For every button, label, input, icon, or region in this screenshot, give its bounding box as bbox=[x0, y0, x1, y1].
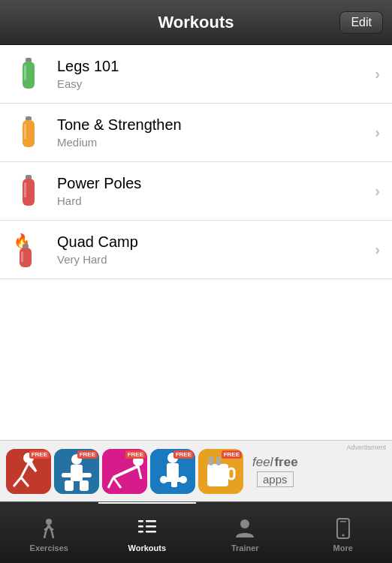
svg-rect-56 bbox=[146, 525, 156, 528]
svg-rect-41 bbox=[207, 464, 228, 486]
ad-label: Advertisment bbox=[346, 444, 386, 451]
tab-workouts[interactable]: Workouts bbox=[98, 502, 197, 563]
tab-exercises-label: Exercises bbox=[30, 543, 68, 552]
svg-rect-2 bbox=[24, 65, 26, 80]
free-badge-3: FREE bbox=[125, 450, 146, 459]
exercises-icon bbox=[38, 516, 59, 540]
ad-banner: Advertisment FREE bbox=[0, 440, 392, 501]
ad-icon-pushup[interactable]: FREE bbox=[102, 449, 147, 494]
header: Workouts Edit bbox=[0, 0, 392, 45]
workout-text-quad: Quad Camp Very Hard bbox=[57, 233, 369, 266]
svg-rect-25 bbox=[65, 480, 74, 491]
free-badge-5: FREE bbox=[222, 450, 242, 459]
ad-brand-feel: feel bbox=[252, 455, 273, 470]
svg-rect-24 bbox=[81, 473, 92, 477]
svg-line-48 bbox=[44, 531, 46, 538]
workout-difficulty-power: Hard bbox=[57, 194, 369, 207]
free-badge-2: FREE bbox=[77, 450, 98, 459]
svg-rect-52 bbox=[138, 520, 143, 522]
workout-icon-quad: 🔥 bbox=[12, 233, 45, 266]
workout-row-power[interactable]: Power Poles Hard › bbox=[0, 162, 392, 221]
tab-exercises[interactable]: Exercises bbox=[0, 502, 98, 563]
workout-icon-tone bbox=[12, 116, 45, 149]
svg-rect-26 bbox=[80, 480, 89, 491]
svg-rect-61 bbox=[340, 521, 346, 522]
svg-rect-54 bbox=[138, 531, 143, 533]
ad-icon-curl[interactable]: FREE bbox=[150, 449, 195, 494]
svg-rect-55 bbox=[146, 520, 156, 522]
workout-row-tone[interactable]: Tone & Strengthen Medium › bbox=[0, 104, 392, 162]
workout-text-legs101: Legs 101 Easy bbox=[57, 58, 369, 90]
svg-line-49 bbox=[52, 531, 53, 538]
svg-line-50 bbox=[44, 527, 49, 530]
workout-name-legs101: Legs 101 bbox=[57, 58, 369, 75]
svg-point-60 bbox=[342, 534, 344, 536]
workout-icon-power bbox=[12, 175, 45, 208]
more-icon bbox=[335, 516, 351, 540]
svg-point-58 bbox=[240, 519, 249, 528]
workout-list: Legs 101 Easy › Tone & Strengthen Medium… bbox=[0, 45, 392, 440]
svg-rect-23 bbox=[62, 473, 72, 477]
svg-rect-22 bbox=[71, 465, 83, 481]
workout-row-quad[interactable]: 🔥 Quad Camp Very Hard › bbox=[0, 221, 392, 279]
ad-icon-situp[interactable]: FREE bbox=[6, 449, 51, 494]
svg-rect-12 bbox=[21, 251, 23, 262]
workout-text-power: Power Poles Hard bbox=[57, 175, 369, 207]
chevron-icon-quad: › bbox=[375, 241, 380, 258]
svg-rect-57 bbox=[146, 531, 156, 533]
free-badge-4: FREE bbox=[173, 450, 194, 459]
chevron-icon-power: › bbox=[375, 182, 380, 200]
page-title: Workouts bbox=[158, 13, 234, 32]
svg-rect-8 bbox=[24, 182, 26, 197]
workout-text-tone: Tone & Strengthen Medium bbox=[57, 116, 369, 149]
workout-difficulty-tone: Medium bbox=[57, 136, 369, 149]
workouts-icon bbox=[137, 516, 158, 540]
ad-icon-drink[interactable]: FREE bbox=[198, 449, 243, 494]
tab-more-label: More bbox=[333, 543, 353, 552]
svg-line-51 bbox=[49, 527, 53, 530]
svg-rect-5 bbox=[24, 124, 26, 139]
workout-difficulty-quad: Very Hard bbox=[57, 253, 369, 266]
workout-difficulty-legs101: Easy bbox=[57, 77, 369, 90]
free-badge-1: FREE bbox=[29, 450, 50, 459]
tab-workouts-label: Workouts bbox=[128, 543, 166, 552]
svg-rect-43 bbox=[209, 456, 213, 465]
ad-icons: FREE FREE FRE bbox=[6, 449, 243, 494]
trainer-icon bbox=[234, 516, 255, 540]
tab-trainer-label: Trainer bbox=[231, 543, 259, 552]
svg-point-38 bbox=[160, 476, 167, 483]
tab-bar: Exercises Workouts Trainer bbox=[0, 501, 392, 563]
ad-brand-free: free bbox=[274, 455, 297, 470]
edit-button[interactable]: Edit bbox=[339, 11, 383, 34]
svg-rect-53 bbox=[138, 525, 143, 528]
ad-brand-apps: apps bbox=[257, 471, 294, 487]
chevron-icon-legs101: › bbox=[375, 65, 380, 83]
tab-trainer[interactable]: Trainer bbox=[196, 502, 294, 563]
workout-name-power: Power Poles bbox=[57, 175, 369, 192]
svg-point-45 bbox=[46, 519, 52, 525]
workout-icon-legs101 bbox=[12, 58, 45, 91]
workout-name-tone: Tone & Strengthen bbox=[57, 116, 369, 134]
svg-rect-44 bbox=[216, 456, 221, 465]
workout-row-legs101[interactable]: Legs 101 Easy › bbox=[0, 45, 392, 104]
svg-rect-35 bbox=[167, 463, 179, 478]
svg-point-39 bbox=[179, 476, 187, 483]
tab-more[interactable]: More bbox=[294, 502, 393, 563]
ad-brand: feel free apps bbox=[252, 455, 298, 487]
ad-icon-strength[interactable]: FREE bbox=[54, 449, 99, 494]
chevron-icon-tone: › bbox=[375, 124, 380, 141]
workout-name-quad: Quad Camp bbox=[57, 233, 369, 251]
